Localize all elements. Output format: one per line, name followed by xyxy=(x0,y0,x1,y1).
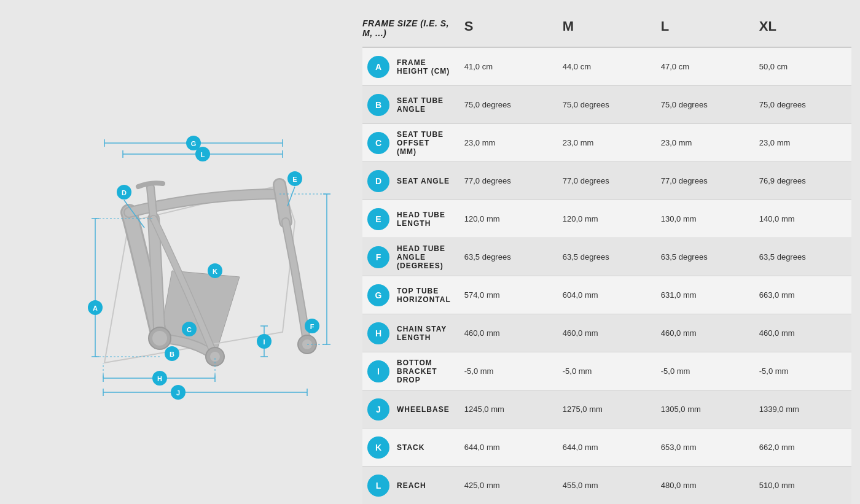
cell-value-h-m: 460,0 mm xyxy=(557,324,655,343)
table-row: DSEAT ANGLE77,0 degrees77,0 degrees77,0 … xyxy=(362,162,851,200)
diagram-area: G L xyxy=(18,12,350,504)
table-row: LREACH425,0 mm455,0 mm480,0 mm510,0 mm xyxy=(362,467,851,504)
svg-text:B: B xyxy=(170,351,174,358)
cell-value-l-s: 425,0 mm xyxy=(458,476,557,495)
cell-value-e-m: 120,0 mm xyxy=(557,209,655,228)
svg-text:K: K xyxy=(213,268,217,275)
cell-value-e-xl: 140,0 mm xyxy=(753,209,851,228)
badge-d: D xyxy=(367,170,389,192)
cell-value-k-m: 644,0 mm xyxy=(557,438,655,457)
badge-f: F xyxy=(367,246,389,268)
row-label-cell-i: IBOTTOM BRACKET DROP xyxy=(362,354,458,389)
table-row: BSEAT TUBE ANGLE75,0 degrees75,0 degrees… xyxy=(362,86,851,124)
badge-k: K xyxy=(367,436,389,459)
row-label-text-b: SEAT TUBE ANGLE xyxy=(397,96,451,114)
row-label-text-a: FRAME HEIGHT (CM) xyxy=(397,58,451,76)
row-label-cell-k: KSTACK xyxy=(362,432,458,463)
row-label-cell-l: LREACH xyxy=(362,470,458,502)
row-label-text-i: BOTTOM BRACKET DROP xyxy=(397,359,451,384)
rows-container: AFRAME HEIGHT (CM)41,0 cm44,0 cm47,0 cm5… xyxy=(362,48,851,504)
cell-value-j-l: 1305,0 mm xyxy=(655,400,753,419)
cell-value-f-xl: 63,5 degrees xyxy=(753,247,851,266)
row-label-text-h: CHAIN STAY LENGTH xyxy=(397,325,451,342)
svg-text:I: I xyxy=(263,338,265,346)
svg-text:A: A xyxy=(93,304,98,312)
bike-svg: G L xyxy=(25,99,344,418)
row-label-cell-g: GTOP TUBE HORIZONTAL xyxy=(362,279,458,311)
svg-text:L: L xyxy=(201,151,205,158)
table-row: IBOTTOM BRACKET DROP-5,0 mm-5,0 mm-5,0 m… xyxy=(362,352,851,390)
table-row: CSEAT TUBE OFFSET (MM)23,0 mm23,0 mm23,0… xyxy=(362,124,851,162)
svg-text:E: E xyxy=(292,176,297,183)
table-row: AFRAME HEIGHT (CM)41,0 cm44,0 cm47,0 cm5… xyxy=(362,48,851,86)
cell-value-l-xl: 510,0 mm xyxy=(753,476,851,495)
cell-value-b-m: 75,0 degrees xyxy=(557,95,655,114)
cell-value-d-m: 77,0 degrees xyxy=(557,171,655,190)
badge-h: H xyxy=(367,322,389,344)
cell-value-h-s: 460,0 mm xyxy=(458,324,557,343)
svg-text:J: J xyxy=(176,389,180,397)
svg-text:F: F xyxy=(310,323,315,330)
row-label-cell-h: HCHAIN STAY LENGTH xyxy=(362,317,458,349)
cell-value-g-m: 604,0 mm xyxy=(557,285,655,304)
cell-value-j-s: 1245,0 mm xyxy=(458,400,557,419)
row-label-text-d: SEAT ANGLE xyxy=(397,177,450,185)
size-l-header: L xyxy=(655,18,753,38)
cell-value-a-s: 41,0 cm xyxy=(458,57,557,76)
badge-a: A xyxy=(367,56,389,78)
cell-value-g-xl: 663,0 mm xyxy=(753,285,851,304)
svg-point-12 xyxy=(152,331,167,346)
cell-value-d-xl: 76,9 degrees xyxy=(753,171,851,190)
row-label-cell-f: FHEAD TUBE ANGLE (DEGREES) xyxy=(362,239,458,275)
table-row: EHEAD TUBE LENGTH120,0 mm120,0 mm130,0 m… xyxy=(362,200,851,238)
cell-value-c-xl: 23,0 mm xyxy=(753,133,851,152)
row-label-cell-c: CSEAT TUBE OFFSET (MM) xyxy=(362,125,458,161)
table-row: KSTACK644,0 mm644,0 mm653,0 mm662,0 mm xyxy=(362,428,851,467)
svg-text:D: D xyxy=(122,189,127,196)
cell-value-g-l: 631,0 mm xyxy=(655,285,753,304)
table-row: GTOP TUBE HORIZONTAL574,0 mm604,0 mm631,… xyxy=(362,276,851,314)
row-label-cell-a: AFRAME HEIGHT (CM) xyxy=(362,51,458,83)
cell-value-c-s: 23,0 mm xyxy=(458,133,557,152)
badge-g: G xyxy=(367,284,389,306)
badge-l: L xyxy=(367,475,389,497)
cell-value-a-l: 47,0 cm xyxy=(655,57,753,76)
cell-value-e-l: 130,0 mm xyxy=(655,209,753,228)
badge-c: C xyxy=(367,132,389,154)
cell-value-l-l: 480,0 mm xyxy=(655,476,753,495)
cell-value-b-xl: 75,0 degrees xyxy=(753,95,851,114)
badge-i: I xyxy=(367,360,389,382)
cell-value-k-xl: 662,0 mm xyxy=(753,438,851,457)
size-m-header: M xyxy=(557,18,655,38)
cell-value-d-s: 77,0 degrees xyxy=(458,171,557,190)
row-label-text-j: WHEELBASE xyxy=(397,405,450,414)
frame-size-header: FRAME SIZE (I.E. S, M, ...) xyxy=(362,18,458,38)
cell-value-b-l: 75,0 degrees xyxy=(655,95,753,114)
svg-text:G: G xyxy=(191,140,197,147)
cell-value-h-xl: 460,0 mm xyxy=(753,324,851,343)
row-label-text-g: TOP TUBE HORIZONTAL xyxy=(397,287,451,304)
cell-value-f-s: 63,5 degrees xyxy=(458,247,557,266)
cell-value-h-l: 460,0 mm xyxy=(655,324,753,343)
cell-value-i-xl: -5,0 mm xyxy=(753,362,851,381)
cell-value-b-s: 75,0 degrees xyxy=(458,95,557,114)
cell-value-l-m: 455,0 mm xyxy=(557,476,655,495)
table-row: JWHEELBASE1245,0 mm1275,0 mm1305,0 mm133… xyxy=(362,390,851,428)
badge-j: J xyxy=(367,398,389,421)
cell-value-j-xl: 1339,0 mm xyxy=(753,400,851,419)
row-label-text-l: REACH xyxy=(397,481,426,490)
cell-value-c-m: 23,0 mm xyxy=(557,133,655,152)
cell-value-j-m: 1275,0 mm xyxy=(557,400,655,419)
badge-e: E xyxy=(367,208,389,230)
size-xl-header: XL xyxy=(753,18,851,38)
table-header: FRAME SIZE (I.E. S, M, ...) S M L XL xyxy=(362,12,851,48)
row-label-text-e: HEAD TUBE LENGTH xyxy=(397,211,451,228)
badge-b: B xyxy=(367,94,389,116)
row-label-cell-b: BSEAT TUBE ANGLE xyxy=(362,89,458,121)
row-label-text-f: HEAD TUBE ANGLE (DEGREES) xyxy=(397,244,451,270)
svg-text:C: C xyxy=(187,326,192,333)
main-container: G L xyxy=(0,0,860,504)
row-label-cell-e: EHEAD TUBE LENGTH xyxy=(362,203,458,235)
cell-value-k-l: 653,0 mm xyxy=(655,438,753,457)
table-row: HCHAIN STAY LENGTH460,0 mm460,0 mm460,0 … xyxy=(362,314,851,352)
